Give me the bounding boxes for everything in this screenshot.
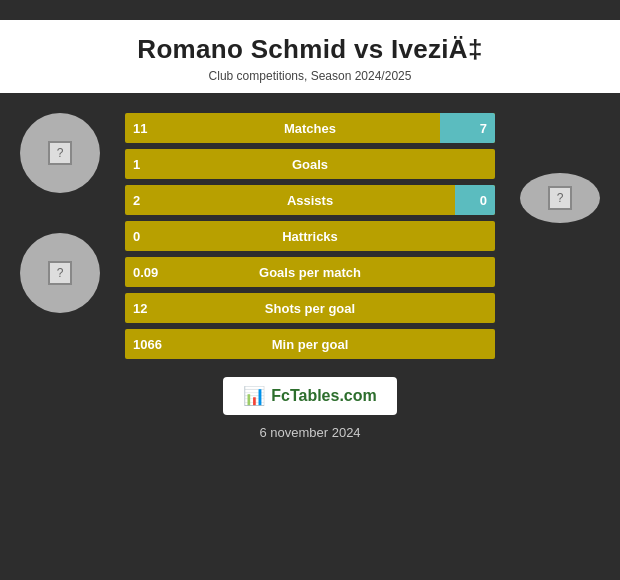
shots-per-goal-label: Shots per goal bbox=[265, 301, 355, 316]
goals-per-match-label: Goals per match bbox=[259, 265, 361, 280]
stat-bar-shots-per-goal: 12 Shots per goal bbox=[125, 293, 495, 323]
stat-bar-matches: 11 Matches 7 bbox=[125, 113, 495, 143]
chart-icon: 📊 bbox=[243, 385, 265, 407]
stat-bar-goals-per-match: 0.09 Goals per match bbox=[125, 257, 495, 287]
stat-row-goals-per-match: 0.09 Goals per match bbox=[125, 257, 495, 287]
player1-image-placeholder: ? bbox=[48, 141, 72, 165]
goals-left-value: 1 bbox=[133, 157, 140, 172]
goals-per-match-left-value: 0.09 bbox=[133, 265, 158, 280]
avatar-player2: ? bbox=[520, 173, 600, 223]
hattricks-left-value: 0 bbox=[133, 229, 140, 244]
footer-logo: 📊 FcTables.com bbox=[223, 377, 397, 415]
stats-container: 11 Matches 7 1 Goals 2 Assists 0 bbox=[125, 113, 495, 359]
stat-bar-assists: 2 Assists 0 bbox=[125, 185, 495, 215]
assists-left-value: 2 bbox=[133, 193, 140, 208]
stat-row-hattricks: 0 Hattricks bbox=[125, 221, 495, 251]
assists-right-fill bbox=[455, 185, 495, 215]
page-title: Romano Schmid vs IveziÄ‡ bbox=[0, 20, 620, 69]
stat-row-goals: 1 Goals bbox=[125, 149, 495, 179]
matches-right-value: 7 bbox=[480, 121, 487, 136]
hattricks-label: Hattricks bbox=[282, 229, 338, 244]
logo-text: FcTables.com bbox=[271, 387, 377, 405]
stat-bar-goals: 1 Goals bbox=[125, 149, 495, 179]
stat-bar-hattricks: 0 Hattricks bbox=[125, 221, 495, 251]
stat-bar-min-per-goal: 1066 Min per goal bbox=[125, 329, 495, 359]
matches-label: Matches bbox=[284, 121, 336, 136]
avatar-player1-bottom: ? bbox=[20, 233, 100, 313]
stat-row-shots-per-goal: 12 Shots per goal bbox=[125, 293, 495, 323]
comparison-card: Romano Schmid vs IveziÄ‡ Club competitio… bbox=[0, 0, 620, 580]
player2-image-placeholder: ? bbox=[548, 186, 572, 210]
goals-label: Goals bbox=[292, 157, 328, 172]
min-per-goal-label: Min per goal bbox=[272, 337, 349, 352]
min-per-goal-left-value: 1066 bbox=[133, 337, 162, 352]
footer-date: 6 november 2024 bbox=[259, 425, 360, 440]
header-section: Romano Schmid vs IveziÄ‡ Club competitio… bbox=[0, 20, 620, 93]
stat-row-matches: 11 Matches 7 bbox=[125, 113, 495, 143]
shots-per-goal-left-value: 12 bbox=[133, 301, 147, 316]
matches-left-value: 11 bbox=[133, 121, 147, 136]
player1-image2-placeholder: ? bbox=[48, 261, 72, 285]
assists-label: Assists bbox=[287, 193, 333, 208]
assists-right-value: 0 bbox=[480, 193, 487, 208]
stat-row-assists: 2 Assists 0 bbox=[125, 185, 495, 215]
content-area: ? ? ? 11 Matches 7 1 bbox=[0, 93, 620, 570]
stat-row-min-per-goal: 1066 Min per goal bbox=[125, 329, 495, 359]
avatar-player1-top: ? bbox=[20, 113, 100, 193]
subtitle: Club competitions, Season 2024/2025 bbox=[0, 69, 620, 93]
